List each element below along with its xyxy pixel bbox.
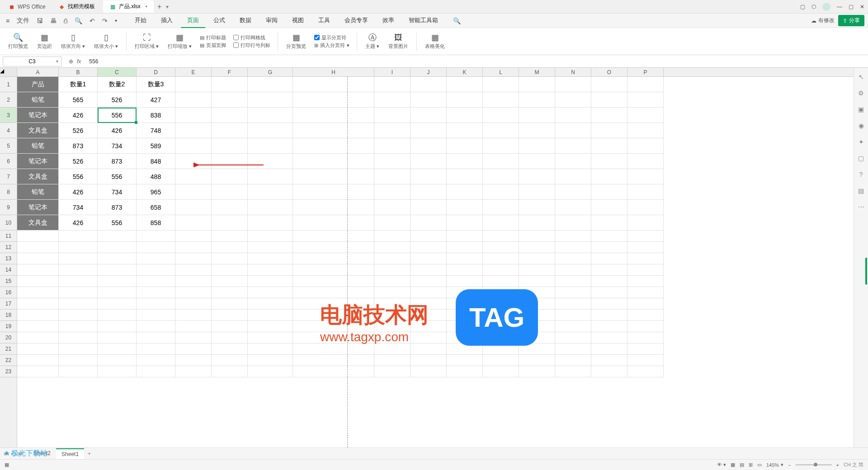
cell[interactable] [59, 332, 98, 343]
column-header[interactable]: O [591, 68, 627, 76]
cell[interactable] [98, 230, 137, 242]
cell[interactable] [137, 242, 175, 253]
cell[interactable] [483, 138, 519, 154]
cell[interactable] [17, 355, 59, 366]
cell[interactable] [137, 366, 175, 377]
cell[interactable] [627, 154, 664, 169]
row-header[interactable]: 12 [0, 242, 17, 253]
cell[interactable] [591, 343, 627, 355]
cell[interactable] [627, 321, 664, 332]
cell[interactable] [627, 355, 664, 366]
column-header[interactable]: M [519, 68, 555, 76]
cell[interactable] [98, 332, 137, 343]
row-header[interactable]: 17 [0, 298, 17, 310]
cell[interactable] [447, 276, 483, 287]
cell[interactable] [374, 200, 410, 215]
cell[interactable]: 565 [59, 92, 98, 108]
cell[interactable] [447, 253, 483, 264]
cell[interactable] [410, 169, 447, 184]
eye-icon[interactable]: 👁 ▾ [717, 462, 726, 468]
zoom-control[interactable]: 145% ▾ [766, 462, 783, 468]
cell[interactable] [519, 276, 555, 287]
cell[interactable] [555, 366, 591, 377]
cell[interactable] [137, 310, 175, 321]
row-header[interactable]: 3 [0, 108, 17, 123]
row-header[interactable]: 1 [0, 77, 17, 92]
cell[interactable] [175, 253, 212, 264]
cell[interactable] [59, 287, 98, 298]
spreadsheet-grid[interactable]: ◢ ABCDEFGHIJKLMNOP 123456789101112131415… [0, 68, 854, 447]
cell[interactable] [98, 310, 137, 321]
cell[interactable] [137, 298, 175, 310]
cell[interactable] [212, 310, 248, 321]
cell[interactable] [293, 108, 374, 123]
cell[interactable] [175, 92, 212, 108]
cell[interactable] [410, 184, 447, 200]
cell[interactable] [248, 200, 293, 215]
cell[interactable] [483, 242, 519, 253]
cell[interactable] [447, 230, 483, 242]
cell[interactable] [293, 169, 374, 184]
cell[interactable]: 734 [98, 138, 137, 154]
cell[interactable] [410, 200, 447, 215]
cell[interactable] [555, 253, 591, 264]
hamburger-icon[interactable]: ≡ [4, 16, 12, 26]
cell[interactable] [212, 343, 248, 355]
cell[interactable] [175, 276, 212, 287]
cell[interactable] [293, 276, 374, 287]
cell[interactable] [137, 230, 175, 242]
zoom-slider[interactable] [796, 464, 832, 465]
cell[interactable]: 556 [59, 169, 98, 184]
cell[interactable] [98, 287, 137, 298]
cell[interactable] [591, 242, 627, 253]
cell[interactable] [591, 332, 627, 343]
cell[interactable] [447, 138, 483, 154]
cell[interactable] [212, 332, 248, 343]
cell[interactable] [59, 230, 98, 242]
cell[interactable] [555, 321, 591, 332]
print-gridlines-checkbox[interactable]: 打印网格线 [233, 34, 270, 41]
tab-templates[interactable]: ◆ 找稻壳模板 [52, 0, 101, 13]
cell[interactable] [374, 108, 410, 123]
cell[interactable] [627, 298, 664, 310]
cell[interactable] [98, 321, 137, 332]
cell[interactable] [447, 154, 483, 169]
cell[interactable] [627, 123, 664, 138]
cell[interactable] [627, 253, 664, 264]
cell[interactable] [519, 355, 555, 366]
cell[interactable] [447, 215, 483, 230]
cell[interactable] [212, 77, 248, 92]
row-header[interactable]: 22 [0, 355, 17, 366]
print-preview-button[interactable]: 🔍打印预览 [5, 33, 32, 50]
cell[interactable]: 838 [137, 108, 175, 123]
cell[interactable] [483, 184, 519, 200]
row-header[interactable]: 5 [0, 138, 17, 154]
show-pagebreak-checkbox[interactable]: 显示分页符 [314, 34, 349, 41]
cell[interactable] [555, 123, 591, 138]
menu-tab-3[interactable]: 公式 [207, 14, 231, 28]
cell[interactable] [293, 230, 374, 242]
cell[interactable] [137, 332, 175, 343]
cell[interactable] [137, 343, 175, 355]
cell[interactable] [374, 264, 410, 276]
cell[interactable] [293, 366, 374, 377]
row-header[interactable]: 10 [0, 215, 17, 230]
cell[interactable] [555, 332, 591, 343]
cell[interactable] [248, 310, 293, 321]
cell[interactable] [483, 108, 519, 123]
row-header[interactable]: 8 [0, 184, 17, 200]
cell[interactable] [248, 169, 293, 184]
column-header[interactable]: J [410, 68, 447, 76]
cell[interactable] [248, 230, 293, 242]
cell[interactable] [293, 77, 374, 92]
cell[interactable] [212, 253, 248, 264]
row-header[interactable]: 16 [0, 287, 17, 298]
cell[interactable] [591, 169, 627, 184]
cell[interactable] [374, 366, 410, 377]
cell[interactable] [293, 242, 374, 253]
cell[interactable]: 文具盒 [17, 215, 59, 230]
paper-size-button[interactable]: ▯纸张大小 ▾ [90, 33, 122, 50]
clipboard-icon[interactable]: ▢ [858, 155, 864, 162]
cell[interactable] [374, 253, 410, 264]
cell[interactable] [591, 200, 627, 215]
